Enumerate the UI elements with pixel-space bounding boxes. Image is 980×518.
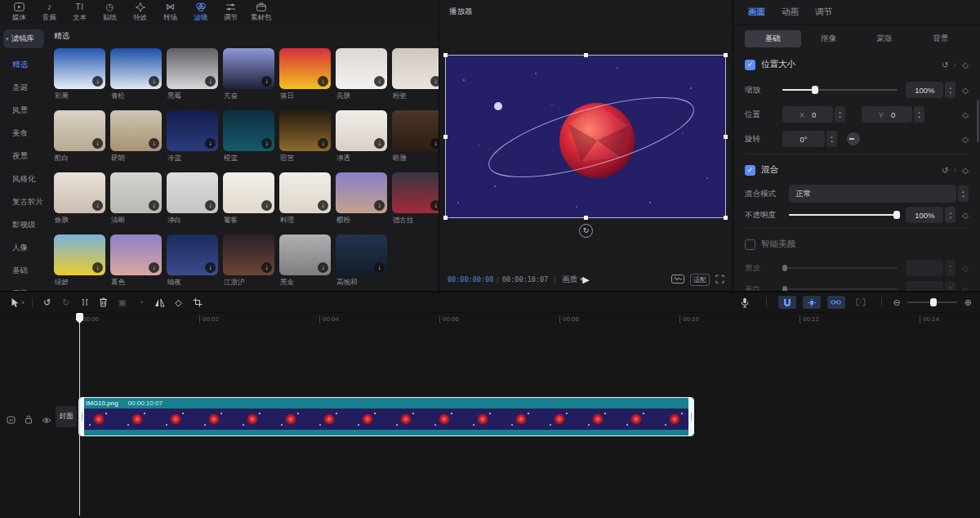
nav-item-audio[interactable]: ♪音频 xyxy=(34,2,65,23)
beauty-value[interactable] xyxy=(906,260,943,276)
tab-调节[interactable]: 调节 xyxy=(815,7,832,18)
preview-wave-button[interactable] xyxy=(671,275,684,285)
scrollbar[interactable] xyxy=(977,100,979,142)
preview-axis-button[interactable] xyxy=(852,296,870,309)
copy-button[interactable]: ▣ xyxy=(113,297,131,308)
nav-item-media[interactable]: 媒体 xyxy=(4,2,34,23)
keyframe-prev-icon[interactable]: ‹ xyxy=(954,60,956,69)
sidebar-item-基础[interactable]: 基础 xyxy=(0,259,47,282)
subtab-背景[interactable]: 背景 xyxy=(913,30,969,47)
filter-card[interactable]: ↓饕客 xyxy=(223,172,274,226)
filter-card[interactable]: ↓酷白 xyxy=(54,110,105,163)
undo-button[interactable]: ↺ xyxy=(38,297,56,308)
keyframe-icon[interactable]: ◇ xyxy=(962,86,969,95)
filter-card[interactable]: ↓暮色 xyxy=(110,234,162,288)
hide-track-icon[interactable] xyxy=(42,413,51,427)
filter-card[interactable]: ↓清晰 xyxy=(110,172,162,226)
filter-card[interactable]: ↓黑莓 xyxy=(167,48,218,101)
filter-card[interactable]: ↓净透 xyxy=(336,110,387,163)
mirror-button[interactable] xyxy=(150,298,169,307)
fit-ratio-button[interactable]: 适配 xyxy=(690,274,710,286)
subtab-蒙版[interactable]: 蒙版 xyxy=(857,30,913,47)
keyframe-icon[interactable]: ◇ xyxy=(962,110,969,119)
filter-card[interactable]: ↓亮肤 xyxy=(336,48,387,101)
scale-stepper[interactable]: ▴▾ xyxy=(945,82,956,98)
selection-handle[interactable] xyxy=(584,53,588,57)
rotate-handle-icon[interactable]: ↻ xyxy=(579,224,593,238)
sidebar-item-风景[interactable]: 风景 xyxy=(0,99,47,122)
blend-mode-stepper[interactable]: ▴▾ xyxy=(958,185,969,202)
sidebar-item-露营[interactable]: 露营 xyxy=(0,282,47,291)
nav-item-package[interactable]: 素材包 xyxy=(246,2,276,23)
filter-card[interactable]: ↓晴夜 xyxy=(167,234,218,288)
main-track-magnet-button[interactable] xyxy=(778,296,796,309)
opacity-value[interactable]: 100% xyxy=(906,207,943,223)
sidebar-item-夜景[interactable]: 夜景 xyxy=(0,145,47,167)
position-y-field[interactable]: Y 0 xyxy=(862,106,912,123)
reset-icon[interactable]: ↺ xyxy=(942,166,948,175)
cover-button[interactable]: 封面 xyxy=(56,406,77,427)
beauty-stepper[interactable]: ▴▾ xyxy=(945,260,956,276)
filter-card[interactable]: ↓青松 xyxy=(110,48,162,101)
filter-card[interactable]: ↓德古拉 xyxy=(392,172,439,226)
beauty-stepper[interactable]: ▴▾ xyxy=(945,281,956,291)
keyframe-icon[interactable]: ◇ xyxy=(962,135,969,144)
nav-item-transition[interactable]: ⋈转场 xyxy=(155,2,185,23)
position-y-stepper[interactable]: ▴▾ xyxy=(914,106,924,123)
crop-button[interactable] xyxy=(188,297,207,307)
filter-card[interactable]: ↓樱粉 xyxy=(336,172,387,226)
fullscreen-icon[interactable] xyxy=(715,275,724,285)
nav-item-adjust[interactable]: 调节 xyxy=(216,2,246,23)
position-size-checkbox[interactable]: ✓ xyxy=(745,60,755,70)
lock-track-icon[interactable] xyxy=(24,413,33,427)
beauty-checkbox[interactable] xyxy=(745,239,755,250)
redo-button[interactable]: ↻ xyxy=(56,297,75,308)
selection-handle[interactable] xyxy=(443,53,448,57)
delete-button[interactable] xyxy=(94,297,113,307)
split-button[interactable]: ][ xyxy=(75,298,94,306)
timeline-zoom-in-icon[interactable]: ⊕ xyxy=(964,297,972,308)
sidebar-item-美食[interactable]: 美食 xyxy=(0,122,47,145)
filter-card[interactable]: ↓彩果 xyxy=(54,48,105,101)
filter-card[interactable]: ↓净白 xyxy=(167,172,218,226)
beauty-slider[interactable] xyxy=(782,288,898,290)
timeline-zoom-out-icon[interactable]: ⊖ xyxy=(893,297,901,308)
selection-handle[interactable] xyxy=(724,135,728,139)
keyframe-icon[interactable]: ◇ xyxy=(962,166,969,175)
beauty-slider[interactable] xyxy=(782,267,898,269)
sidebar-item-影视级[interactable]: 影视级 xyxy=(0,213,47,236)
selection-handle[interactable] xyxy=(443,216,448,220)
filter-card[interactable]: ↓黑金 xyxy=(279,234,331,288)
filter-card[interactable]: ↓江浙沪 xyxy=(223,234,274,288)
timeline-ruler[interactable]: 00:0000:0200:0400:0600:0800:1000:1200:14 xyxy=(0,313,980,328)
position-x-field[interactable]: X 0 xyxy=(782,106,833,123)
track-toggle-icon[interactable] xyxy=(7,413,16,427)
filter-card[interactable]: ↓亢奋 xyxy=(223,48,274,101)
filter-card[interactable]: ↓硬朗 xyxy=(110,110,162,163)
opacity-slider[interactable] xyxy=(789,214,898,216)
keyframe-icon[interactable]: ◇ xyxy=(962,211,969,220)
subtab-抠像[interactable]: 抠像 xyxy=(801,30,858,47)
tab-画面[interactable]: 画面 xyxy=(748,7,765,18)
preview-canvas[interactable] xyxy=(445,55,726,218)
keyframe-icon[interactable]: ◇ xyxy=(962,285,969,292)
timeline-zoom-slider[interactable] xyxy=(907,301,958,303)
sidebar-item-精选[interactable]: 精选 xyxy=(0,53,47,76)
playhead-line[interactable] xyxy=(79,313,80,516)
freeze-frame-button[interactable]: ◔ xyxy=(131,297,150,307)
rotate-stepper[interactable]: ▴▾ xyxy=(826,131,837,147)
filter-card[interactable]: ↓宿营 xyxy=(279,110,331,163)
sidebar-item-复古胶片[interactable]: 复古胶片 xyxy=(0,190,47,213)
rotate-value-field[interactable]: 0° xyxy=(782,131,825,147)
selection-handle[interactable] xyxy=(724,216,728,220)
beauty-value[interactable] xyxy=(906,281,943,291)
timeline-clip[interactable]: IMG10.png 00:00:10:07 xyxy=(79,398,693,435)
reset-icon[interactable]: ↺ xyxy=(942,60,948,69)
filter-card[interactable]: ↓高饱和 xyxy=(336,234,387,288)
sidebar-item-圣诞[interactable]: 圣诞 xyxy=(0,76,47,99)
filter-card[interactable]: ↓落日 xyxy=(279,48,331,101)
nav-item-effects[interactable]: 特效 xyxy=(125,2,155,23)
tab-动画[interactable]: 动画 xyxy=(782,7,799,18)
filter-card[interactable]: ↓粉瓷 xyxy=(392,48,439,101)
filter-library-dropdown[interactable]: ▾ 滤镜库 xyxy=(3,29,44,48)
